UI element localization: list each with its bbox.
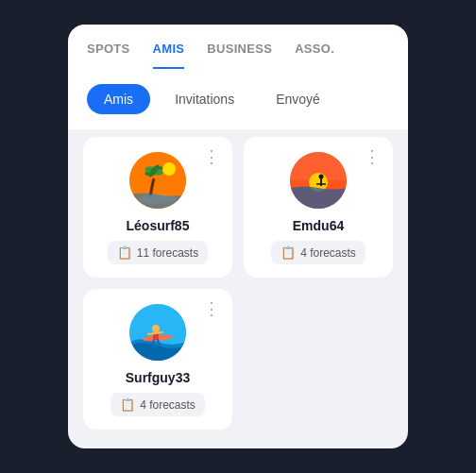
avatar-emdu xyxy=(290,152,347,209)
forecast-count-surfguy: 4 forecasts xyxy=(140,398,196,412)
avatar-leosurf xyxy=(129,152,186,209)
sub-tabs: Amis Invitations Envoyé xyxy=(68,69,408,129)
svg-point-1 xyxy=(162,162,176,176)
friend-card-emdu: ⋮ Emdu64 📋 4 fore xyxy=(244,137,393,278)
more-menu-icon-surfguy[interactable]: ⋮ xyxy=(203,300,221,317)
more-menu-icon-leosurf[interactable]: ⋮ xyxy=(203,148,221,165)
friend-name-emdu: Emdu64 xyxy=(293,218,344,233)
forecast-icon-emdu: 📋 xyxy=(280,245,296,260)
svg-rect-8 xyxy=(320,178,322,186)
nav-tabs: SPOTS AMIS BUSINESS ASSO. xyxy=(68,25,408,69)
forecast-icon-surfguy: 📋 xyxy=(120,397,135,412)
tab-business[interactable]: BUSINESS xyxy=(207,42,272,69)
friend-name-leosurf: Léosurf85 xyxy=(127,218,190,233)
tab-spots[interactable]: SPOTS xyxy=(87,42,130,69)
forecast-count-emdu: 4 forecasts xyxy=(300,246,356,260)
forecast-badge-surfguy: 📋 4 forecasts xyxy=(110,393,205,416)
tab-asso[interactable]: ASSO. xyxy=(295,42,334,69)
friend-card-leosurf: ⋮ Léosurf85 xyxy=(83,137,232,278)
friend-card-surfguy: ⋮ Surfgu xyxy=(83,289,232,430)
subtab-envoye[interactable]: Envoyé xyxy=(259,84,337,114)
forecast-count-leosurf: 11 forecasts xyxy=(137,246,198,260)
svg-point-12 xyxy=(152,325,160,332)
more-menu-icon-emdu[interactable]: ⋮ xyxy=(364,148,382,165)
subtab-amis[interactable]: Amis xyxy=(87,84,150,114)
forecast-badge-leosurf: 📋 11 forecasts xyxy=(108,241,208,264)
friend-name-surfguy: Surfguy33 xyxy=(126,370,190,385)
subtab-invitations[interactable]: Invitations xyxy=(158,84,251,114)
friends-grid: ⋮ Léosurf85 xyxy=(68,129,408,430)
forecast-icon-leosurf: 📋 xyxy=(117,245,132,260)
svg-point-9 xyxy=(319,175,324,179)
main-card: SPOTS AMIS BUSINESS ASSO. Amis Invitatio… xyxy=(68,25,408,448)
avatar-surfguy xyxy=(129,304,186,361)
forecast-badge-emdu: 📋 4 forecasts xyxy=(271,241,366,264)
tab-amis[interactable]: AMIS xyxy=(153,42,185,69)
